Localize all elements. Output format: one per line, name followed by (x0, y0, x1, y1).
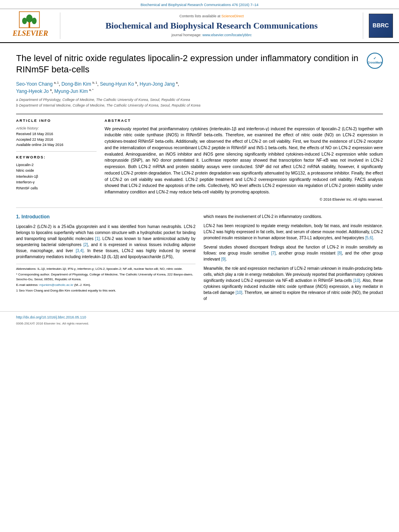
svg-point-3 (32, 18, 37, 24)
body-right-column: which means the involvement of LCN-2 in … (204, 214, 383, 305)
svg-point-2 (22, 18, 27, 24)
ref-3-4[interactable]: [3,4] (76, 249, 83, 253)
author-yang-hyeok-jo[interactable]: Yang-Hyeok Jo (16, 88, 49, 94)
intro-heading: 1. Introduction (16, 214, 195, 220)
footer-bar: http://dx.doi.org/10.1016/j.bbrc.2016.05… (0, 311, 399, 328)
svg-rect-0 (29, 22, 30, 28)
intro-para-right-1: which means the involvement of LCN-2 in … (204, 214, 383, 220)
sciencedirect-link[interactable]: ScienceDirect (222, 14, 244, 18)
footnote-equal-contribution: 1 Seo-Yoon Chang and Dong-Bin Kim contri… (16, 288, 195, 293)
section-divider (16, 207, 383, 208)
intro-para-right-2: LCN-2 has been recognized to regulate en… (204, 223, 383, 241)
article-info-heading: Article Info (16, 118, 97, 123)
keyword-3: Interleukin-1β (16, 174, 97, 179)
keyword-1: Lipocalin-2 (16, 162, 97, 168)
ref-1[interactable]: [1] (95, 236, 100, 241)
footnote-abbreviations: Abbreviations: IL-1β, interleukin-1β; IF… (16, 267, 195, 271)
email-link[interactable]: mjunkim@catholic.ac.kr (39, 283, 74, 287)
crossmark-badge[interactable]: ✓CrossMark (367, 53, 383, 69)
received-date: Received 18 May 2016 (16, 131, 97, 137)
article-title: The level of nitric oxide regulates lipo… (16, 53, 383, 76)
elsevier-logo-area: ELSEVIER (4, 12, 60, 39)
journal-top-bar: Biochemical and Biophysical Research Com… (0, 0, 399, 9)
keyword-4: Interferon-γ (16, 180, 97, 185)
ref-2[interactable]: [2] (84, 242, 88, 247)
keywords-section: Keywords: Lipocalin-2 Nitric oxide Inter… (16, 155, 97, 191)
keywords-heading: Keywords: (16, 155, 97, 160)
intro-para-right-4: Meanwhile, the role and expression mecha… (204, 265, 383, 302)
affiliation-a: a Department of Physiology, College of M… (16, 97, 383, 103)
homepage-link[interactable]: www.elsevier.com/locate/ybbrc (202, 33, 252, 37)
author-seo-yoon-chang[interactable]: Seo-Yoon Chang (16, 81, 53, 87)
article-info-column: Article Info Article history: Received 1… (16, 114, 97, 202)
keyword-5: RINm5F cells (16, 186, 97, 191)
author-hyun-jong-jang[interactable]: Hyun-Jong Jang (140, 81, 175, 87)
body-content: 1. Introduction Lipocalin-2 (LCN-2) is a… (16, 214, 383, 305)
ref-10b[interactable]: [10] (236, 290, 243, 295)
elsevier-wordmark: ELSEVIER (12, 29, 48, 39)
footnote-email: E-mail address: mjunkim@catholic.ac.kr (… (16, 283, 195, 287)
available-date: Available online 24 May 2016 (16, 142, 97, 148)
journal-title: Biochemical and Biophysical Research Com… (105, 21, 318, 31)
ref-9[interactable]: [9] (221, 257, 226, 261)
footnote-corresponding: * Corresponding author. Department of Ph… (16, 272, 195, 281)
journal-citation: Biochemical and Biophysical Research Com… (140, 3, 258, 7)
bbrc-logo: BBRC (369, 14, 393, 38)
bbrc-logo-area: BBRC (363, 12, 395, 39)
intro-para-1: Lipocalin-2 (LCN-2) is a 25-kDa glycopro… (16, 224, 195, 260)
copyright-line: © 2016 Elsevier Inc. All rights reserved… (105, 197, 383, 202)
authors-line: Seo-Yoon Chang a, 1, Dong-Bin Kim b, 1, … (16, 80, 383, 95)
author-seung-hyun-ko[interactable]: Seung-Hyun Ko (100, 81, 134, 87)
abstract-heading: Abstract (105, 118, 383, 123)
footnotes-section: Abbreviations: IL-1β, interleukin-1β; IF… (16, 264, 195, 293)
journal-header: ELSEVIER Contents lists available at Sci… (0, 9, 399, 43)
keyword-2: Nitric oxide (16, 168, 97, 173)
body-left-column: 1. Introduction Lipocalin-2 (LCN-2) is a… (16, 214, 195, 305)
elsevier-logo (10, 12, 51, 29)
ref-5-6[interactable]: [5,6] (365, 236, 373, 240)
abstract-column: Abstract We previously reported that pro… (105, 114, 383, 202)
intro-para-right-3: Several studies showed discrepant findin… (204, 244, 383, 262)
doi-link[interactable]: http://dx.doi.org/10.1016/j.bbrc.2016.05… (16, 315, 86, 319)
accepted-date: Accepted 22 May 2016 (16, 137, 97, 142)
footer-issn: 0006-291X/© 2016 Elsevier Inc. All right… (16, 321, 383, 326)
ref-8[interactable]: [8] (337, 251, 342, 255)
abstract-text: We previously reported that proinflammat… (105, 126, 383, 195)
svg-point-1 (26, 14, 33, 23)
ref-7[interactable]: [7] (271, 251, 276, 255)
main-content: The level of nitric oxide regulates lipo… (0, 43, 399, 312)
journal-title-area: Contents lists available at ScienceDirec… (60, 12, 363, 39)
history-label: Article history: (16, 126, 97, 131)
journal-homepage-line: journal homepage: www.elsevier.com/locat… (171, 33, 252, 38)
article-history: Article history: Received 18 May 2016 Ac… (16, 126, 97, 152)
author-myung-jun-kim[interactable]: Myung-Jun Kim (54, 88, 88, 94)
contents-list-line: Contents lists available at ScienceDirec… (179, 14, 244, 19)
author-dong-bin-kim[interactable]: Dong-Bin Kim (62, 81, 91, 87)
affiliation-b: b Department of Internal Medicine, Colle… (16, 103, 383, 108)
ref-10a[interactable]: [10] (354, 278, 360, 283)
article-info-abstract-section: Article Info Article history: Received 1… (16, 114, 383, 202)
